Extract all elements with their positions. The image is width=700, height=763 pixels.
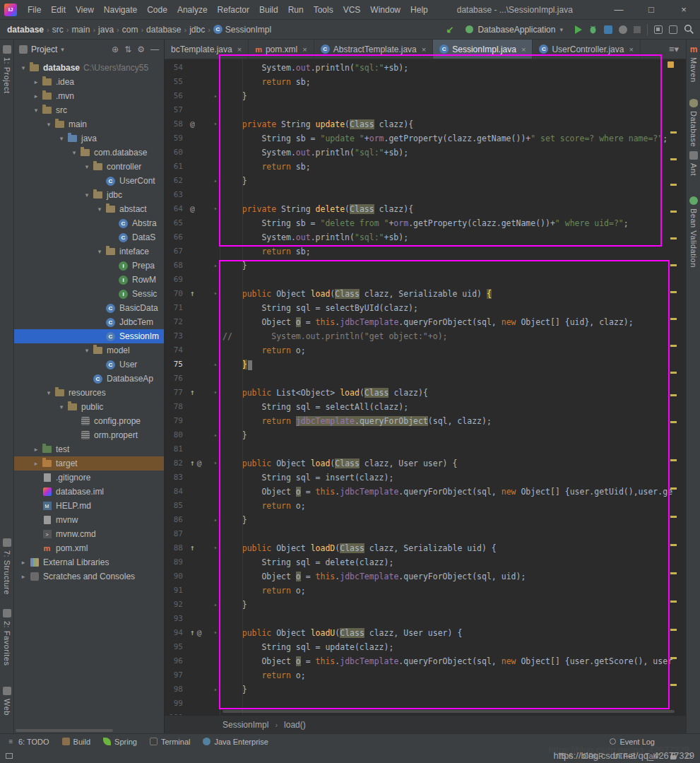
stripe-mark[interactable] xyxy=(670,184,677,186)
toolwindow-button-web[interactable]: Web xyxy=(0,687,14,716)
chevron-down-icon[interactable]: ▾ xyxy=(44,121,54,128)
tree-item-resources[interactable]: ▾resources xyxy=(14,386,164,400)
tree-item-database[interactable]: ▾databaseC:\Users\fancy55 xyxy=(14,61,164,75)
tree-item-abstact[interactable]: ▾abstact xyxy=(14,202,164,216)
breadcrumb-item-java[interactable]: java xyxy=(97,25,115,35)
coverage-icon[interactable] xyxy=(604,25,612,34)
stripe-mark[interactable] xyxy=(670,544,677,546)
toolwindow-button-terminal[interactable]: Terminal xyxy=(150,738,191,746)
stripe-mark[interactable] xyxy=(670,211,677,213)
menu-navigate[interactable]: Navigate xyxy=(99,3,142,17)
maximize-button[interactable]: □ xyxy=(635,0,668,19)
tree-item-mvnw[interactable]: mvnw xyxy=(14,513,164,527)
breadcrumb-item-main[interactable]: main xyxy=(70,25,91,35)
toolwindow-button-favorites[interactable]: 2: Favorites xyxy=(0,609,14,666)
stripe-mark[interactable] xyxy=(670,237,677,239)
editor-hscrollbar[interactable] xyxy=(223,710,675,713)
fold-end-icon[interactable]: ▴ xyxy=(211,428,220,442)
stripe-mark[interactable] xyxy=(670,487,677,490)
tree-item-datas[interactable]: CDataS xyxy=(14,230,164,244)
stripe-mark[interactable] xyxy=(670,629,677,631)
fold-start-icon[interactable]: ▾ xyxy=(211,626,220,640)
menu-run[interactable]: Run xyxy=(283,3,309,17)
event-log-button[interactable]: Event Log xyxy=(610,738,655,746)
menu-analyze[interactable]: Analyze xyxy=(172,3,213,17)
stripe-mark[interactable] xyxy=(670,459,677,461)
search-everywhere-icon[interactable] xyxy=(684,24,694,35)
locate-icon[interactable]: ⊕ xyxy=(112,45,119,54)
toolwindow-button-database[interactable]: Database xyxy=(687,99,700,147)
tree-item-sessic[interactable]: ISessic xyxy=(14,287,164,301)
toolwindow-button-ant[interactable]: Ant xyxy=(687,151,700,176)
tree-item-model[interactable]: ▾model xyxy=(14,343,164,357)
chevron-down-icon[interactable]: ▾ xyxy=(57,135,66,142)
menu-file[interactable]: File xyxy=(23,3,46,17)
stop-button[interactable] xyxy=(634,26,641,33)
tree-item-target[interactable]: ▸target xyxy=(14,456,164,471)
close-icon[interactable]: × xyxy=(629,45,633,54)
tree-item-test[interactable]: ▸test xyxy=(14,442,164,456)
tree-item-databaseap[interactable]: CDatabaseAp xyxy=(14,372,164,386)
toolwindow-button-java-enterprise[interactable]: Java Enterprise xyxy=(203,738,268,746)
fold-end-icon[interactable]: ▴ xyxy=(211,174,220,188)
breadcrumb-item-database[interactable]: database xyxy=(145,25,182,35)
file-encoding[interactable]: UTF-8 xyxy=(613,752,635,760)
chevron-right-icon[interactable]: ▸ xyxy=(18,573,28,580)
tree-item-help-md[interactable]: MHELP.md xyxy=(14,499,164,513)
tab-abstracttemplate-java[interactable]: CAbstractTemplate.java× xyxy=(314,40,434,59)
restore-window-icon[interactable] xyxy=(6,753,13,759)
chevron-down-icon[interactable]: ▾ xyxy=(31,107,41,114)
close-icon[interactable]: × xyxy=(422,45,426,54)
menu-window[interactable]: Window xyxy=(365,3,405,17)
chevron-right-icon[interactable]: ▸ xyxy=(31,460,41,467)
override-method-icon[interactable]: ↑ xyxy=(190,386,195,400)
close-icon[interactable]: × xyxy=(521,45,526,54)
tab-sessionimpl-java[interactable]: CSessionImpl.java× xyxy=(433,40,533,59)
stripe-mark[interactable] xyxy=(670,421,677,423)
toolwindow-button-structure[interactable]: 7: Structure xyxy=(0,538,14,595)
close-button[interactable]: × xyxy=(668,0,700,19)
tree-item-pom-xml[interactable]: mpom.xml xyxy=(14,541,164,555)
breadcrumb-method[interactable]: load() xyxy=(284,720,306,730)
tree-item-basicdata[interactable]: CBasicData xyxy=(14,301,164,315)
override-method-icon[interactable]: ↑ xyxy=(190,626,195,640)
toolwindow-button-build[interactable]: Build xyxy=(62,738,90,746)
chevron-down-icon[interactable]: ▾ xyxy=(95,248,105,255)
tree-item-idea[interactable]: ▸.idea xyxy=(14,75,164,89)
toolwindow-button-6-todo[interactable]: ≡6: TODO xyxy=(7,738,49,746)
tree-item-external-libraries[interactable]: ▸External Libraries xyxy=(14,555,164,569)
stripe-mark[interactable] xyxy=(670,131,677,134)
breadcrumb-item-database[interactable]: database xyxy=(6,25,45,35)
tree-item-com-database[interactable]: ▾com.database xyxy=(14,146,164,160)
tree-item-jdbc[interactable]: ▾jdbc xyxy=(14,188,164,202)
menu-edit[interactable]: Edit xyxy=(46,3,71,17)
tree-item-mvnw-cmd[interactable]: >mvnw.cmd xyxy=(14,527,164,541)
annotation-icon[interactable]: @ xyxy=(190,117,195,131)
toolwindow-button-maven[interactable]: mMaven xyxy=(687,45,700,83)
menu-help[interactable]: Help xyxy=(405,3,433,17)
stripe-mark[interactable] xyxy=(670,264,677,266)
menu-code[interactable]: Code xyxy=(142,3,172,17)
fold-end-icon[interactable]: ▴ xyxy=(211,682,220,697)
fold-end-icon[interactable]: ▴ xyxy=(211,89,220,103)
tree-item-abstra[interactable]: CAbstra xyxy=(14,216,164,230)
tree-item-jdbctem[interactable]: CJdbcTem xyxy=(14,315,164,329)
chevron-right-icon[interactable]: ▸ xyxy=(31,93,41,100)
hide-icon[interactable]: — xyxy=(150,45,159,54)
chevron-right-icon[interactable]: ▸ xyxy=(31,78,41,85)
breadcrumb-item-jdbc[interactable]: jdbc xyxy=(188,25,206,35)
tree-item-user[interactable]: CUser xyxy=(14,357,164,372)
chevron-down-icon[interactable]: ▾ xyxy=(57,403,66,410)
breadcrumb-item-sessionimpl[interactable]: CSessionImpl xyxy=(212,25,273,35)
stripe-mark[interactable] xyxy=(670,657,677,659)
annotation-icon[interactable]: @ xyxy=(197,626,202,640)
breadcrumb-item-com[interactable]: com xyxy=(121,25,140,35)
caret-position[interactable]: 75:6 xyxy=(558,752,573,760)
fold-start-icon[interactable]: ▾ xyxy=(211,202,220,216)
fold-end-icon[interactable]: ▴ xyxy=(211,513,220,527)
stripe-mark[interactable] xyxy=(670,394,677,396)
chevron-down-icon[interactable]: ▾ xyxy=(82,347,92,354)
fold-start-icon[interactable]: ▾ xyxy=(211,456,220,471)
tree-item-scratches-and-consoles[interactable]: ▸Scratches and Consoles xyxy=(14,569,164,584)
tree-item-rowm[interactable]: IRowM xyxy=(14,273,164,287)
